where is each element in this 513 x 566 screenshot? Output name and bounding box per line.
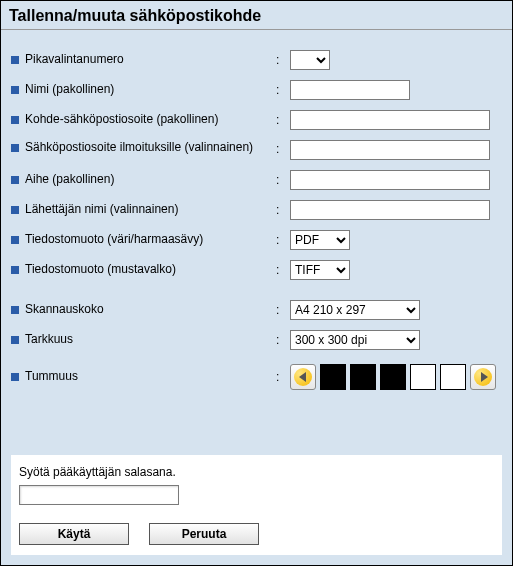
darkness-level-5 [440,364,466,390]
name-input[interactable] [290,80,410,100]
label-name: Nimi (pakollinen) [25,82,114,98]
darkness-level-1 [320,364,346,390]
admin-password-input[interactable] [19,485,179,505]
bullet-icon [11,306,19,314]
dest-email-input[interactable] [290,110,490,130]
darkness-control [290,364,502,390]
label-speeddial: Pikavalintanumero [25,52,124,68]
label-destemail: Kohde-sähköpostiosoite (pakollinen) [25,112,218,128]
darkness-level-4 [410,364,436,390]
label-subject: Aihe (pakollinen) [25,172,114,188]
format-bw-select[interactable]: TIFF [290,260,350,280]
bullet-icon [11,176,19,184]
resolution-select[interactable]: 300 x 300 dpi [290,330,420,350]
bullet-icon [11,56,19,64]
label-formatbw: Tiedostomuoto (mustavalko) [25,262,176,278]
label-darkness: Tummuus [25,369,78,385]
dialog-title: Tallenna/muuta sähköpostikohde [1,1,512,30]
notify-email-input[interactable] [290,140,490,160]
bullet-icon [11,336,19,344]
form-area: Pikavalintanumero : Nimi (pakollinen) : [1,30,512,390]
email-destination-dialog: Tallenna/muuta sähköpostikohde Pikavalin… [0,0,513,566]
bullet-icon [11,266,19,274]
admin-area: Syötä pääkäyttäjän salasana. Käytä Peruu… [11,455,502,555]
speeddial-select[interactable] [290,50,330,70]
bullet-icon [11,373,19,381]
bullet-icon [11,116,19,124]
apply-button[interactable]: Käytä [19,523,129,545]
colon: : [276,53,290,67]
bullet-icon [11,86,19,94]
darkness-decrease-button[interactable] [290,364,316,390]
label-formatcolor: Tiedostomuoto (väri/harmaasävy) [25,232,203,248]
darkness-level-3 [380,364,406,390]
cancel-button[interactable]: Peruuta [149,523,259,545]
scansize-select[interactable]: A4 210 x 297 [290,300,420,320]
bullet-icon [11,144,19,152]
format-color-select[interactable]: PDF [290,230,350,250]
darkness-level-2 [350,364,376,390]
label-sender: Lähettäjän nimi (valinnainen) [25,202,178,218]
darkness-increase-button[interactable] [470,364,496,390]
bullet-icon [11,206,19,214]
sender-input[interactable] [290,200,490,220]
bullet-icon [11,236,19,244]
label-notifyemail: Sähköpostiosoite ilmoituksille (valinnai… [25,140,253,156]
label-resolution: Tarkkuus [25,332,73,348]
admin-password-prompt: Syötä pääkäyttäjän salasana. [19,465,494,479]
subject-input[interactable] [290,170,490,190]
label-scansize: Skannauskoko [25,302,104,318]
